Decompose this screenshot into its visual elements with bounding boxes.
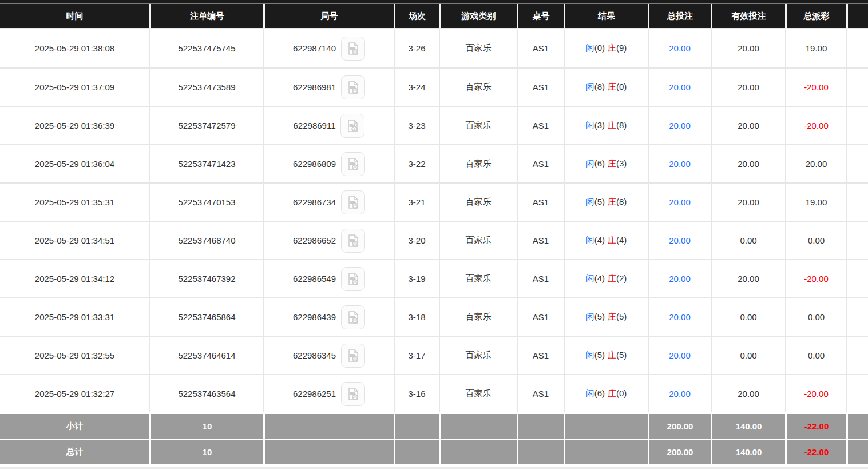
bottom-strip [0, 467, 868, 469]
cell-session: 3-22 [394, 144, 439, 182]
cell-total-bet[interactable]: 20.00 [648, 106, 711, 144]
cell-payout: 20.00 [785, 144, 846, 182]
subtotal-valid-bet: 140.00 [711, 412, 785, 439]
cell-extra-clipped [846, 182, 868, 221]
video-replay-button[interactable] [341, 305, 365, 329]
result-banker-label: 庄 [608, 43, 616, 53]
video-file-icon [346, 233, 360, 248]
video-replay-button[interactable] [341, 229, 365, 253]
cell-session: 3-26 [394, 29, 439, 67]
result-banker-label: 庄 [608, 350, 616, 360]
result-banker-score: (3) [616, 158, 627, 168]
video-replay-button[interactable] [341, 382, 365, 406]
round-id-text: 622986734 [293, 197, 336, 207]
header-payout: 总派彩 [785, 4, 846, 29]
header-extra-clipped [846, 4, 868, 29]
cell-time: 2025-05-29 01:34:51 [0, 221, 149, 259]
table-row: 2025-05-29 01:34:12 522537467392 6229865… [0, 259, 868, 297]
video-file-icon [346, 195, 360, 210]
cell-total-bet[interactable]: 20.00 [648, 67, 711, 106]
video-file-icon [346, 80, 360, 95]
cell-valid-bet: 20.00 [711, 29, 785, 67]
cell-valid-bet: 0.00 [711, 221, 785, 259]
cell-time: 2025-05-29 01:36:04 [0, 144, 149, 182]
cell-round-id: 622987140 [263, 29, 394, 67]
cell-table-id: AS1 [517, 297, 564, 336]
header-time: 时间 [0, 4, 149, 29]
cell-result: 闲(5)庄(8) [564, 182, 648, 221]
cell-game-type: 百家乐 [439, 67, 517, 106]
subtotal-empty-result [564, 412, 648, 439]
cell-total-bet[interactable]: 20.00 [648, 336, 711, 374]
table-row: 2025-05-29 01:37:09 522537473589 6229869… [0, 67, 868, 106]
video-replay-button[interactable] [341, 344, 365, 368]
cell-extra-clipped [846, 29, 868, 67]
cell-valid-bet: 20.00 [711, 106, 785, 144]
table-row: 2025-05-29 01:33:31 522537465864 6229864… [0, 297, 868, 336]
result-banker-score: (8) [616, 197, 627, 206]
result-banker-label: 庄 [608, 235, 616, 245]
cell-total-bet[interactable]: 20.00 [648, 374, 711, 412]
result-player-label: 闲 [586, 312, 594, 321]
video-replay-button[interactable] [341, 152, 365, 176]
cell-bet-id: 522537470153 [149, 182, 263, 221]
cell-total-bet[interactable]: 20.00 [648, 297, 711, 336]
cell-game-type: 百家乐 [439, 29, 517, 67]
cell-bet-id: 522537471423 [149, 144, 263, 182]
cell-session: 3-16 [394, 374, 439, 412]
cell-extra-clipped [846, 336, 868, 374]
result-player-label: 闲 [586, 197, 594, 206]
cell-result: 闲(6)庄(0) [564, 374, 648, 412]
cell-extra-clipped [846, 67, 868, 106]
video-file-icon [346, 157, 360, 172]
video-replay-button[interactable] [341, 267, 365, 291]
cell-session: 3-21 [394, 182, 439, 221]
result-banker-label: 庄 [608, 388, 616, 398]
video-replay-button[interactable] [340, 114, 364, 138]
cell-valid-bet: 20.00 [711, 67, 785, 106]
total-empty-table [517, 439, 564, 464]
cell-bet-id: 522537468740 [149, 221, 263, 259]
round-id-text: 622986345 [293, 350, 336, 360]
header-result: 结果 [564, 4, 648, 29]
total-row: 总计 10 200.00 140.00 -22.00 [0, 439, 868, 464]
cell-payout: 19.00 [785, 29, 846, 67]
result-banker-score: (8) [616, 120, 627, 130]
subtotal-empty-table [517, 412, 564, 439]
cell-time: 2025-05-29 01:36:39 [0, 106, 149, 144]
result-banker-score: (0) [616, 388, 627, 398]
cell-total-bet[interactable]: 20.00 [648, 221, 711, 259]
cell-result: 闲(5)庄(5) [564, 336, 648, 374]
header-table-id: 桌号 [517, 4, 564, 29]
cell-time: 2025-05-29 01:32:55 [0, 336, 149, 374]
video-replay-button[interactable] [341, 190, 365, 214]
cell-total-bet[interactable]: 20.00 [648, 259, 711, 297]
result-player-label: 闲 [586, 273, 594, 283]
table-row: 2025-05-29 01:32:55 522537464614 6229863… [0, 336, 868, 374]
cell-payout: -20.00 [785, 106, 846, 144]
video-replay-button[interactable] [341, 37, 365, 61]
table-row: 2025-05-29 01:36:39 522537472579 6229869… [0, 106, 868, 144]
result-player-score: (6) [594, 388, 605, 398]
cell-result: 闲(6)庄(3) [564, 144, 648, 182]
cell-round-id: 622986981 [263, 67, 394, 106]
cell-bet-id: 522537467392 [149, 259, 263, 297]
cell-table-id: AS1 [517, 106, 564, 144]
header-game-type: 游戏类别 [439, 4, 517, 29]
total-valid-bet: 140.00 [711, 439, 785, 464]
cell-total-bet[interactable]: 20.00 [648, 144, 711, 182]
cell-valid-bet: 20.00 [711, 144, 785, 182]
video-file-icon [345, 118, 360, 133]
subtotal-count: 10 [149, 412, 263, 439]
cell-session: 3-19 [394, 259, 439, 297]
cell-round-id: 622986345 [263, 336, 394, 374]
result-banker-score: (5) [616, 350, 627, 360]
total-count: 10 [149, 439, 263, 464]
cell-extra-clipped [846, 297, 868, 336]
video-replay-button[interactable] [341, 75, 365, 99]
result-player-score: (3) [594, 120, 605, 130]
video-file-icon [346, 310, 360, 325]
result-banker-label: 庄 [608, 312, 616, 321]
cell-total-bet[interactable]: 20.00 [648, 182, 711, 221]
cell-total-bet[interactable]: 20.00 [648, 29, 711, 67]
